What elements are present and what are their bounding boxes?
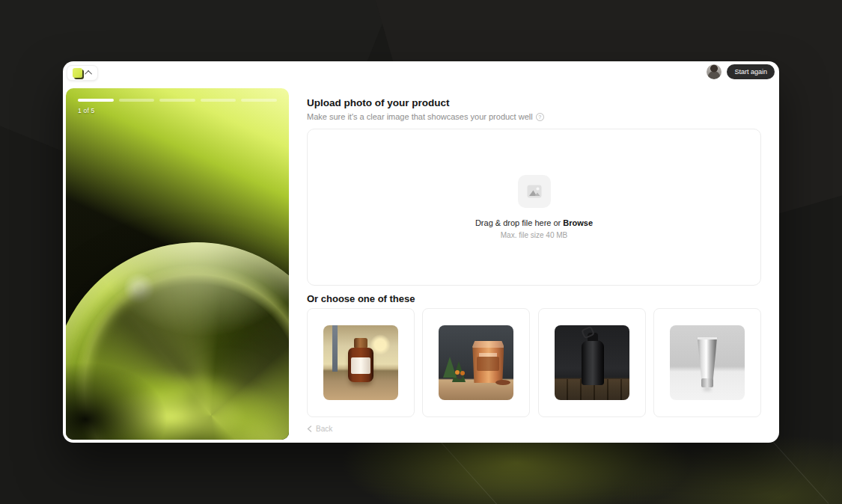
- tube-art: [696, 337, 719, 379]
- progress-segments: [78, 99, 277, 102]
- sample-products-row: [307, 308, 761, 417]
- tube-cap-art: [701, 378, 713, 387]
- chevron-up-icon: [85, 70, 92, 78]
- progress-indicator: 1 of 5: [78, 99, 277, 114]
- subtitle-text: Make sure it's a clear image that showca…: [307, 112, 533, 122]
- browse-link[interactable]: Browse: [563, 218, 593, 227]
- silver-tube-image: [670, 325, 745, 400]
- fruit-bowl-art: [455, 370, 460, 375]
- upload-step-content: Upload photo of your product Make sure i…: [307, 97, 761, 435]
- amber-bottle-image: [323, 325, 398, 400]
- progress-segment: [241, 99, 277, 102]
- copper-pouch-image: [439, 325, 513, 400]
- back-label: Back: [316, 425, 332, 433]
- app-logo-icon: [73, 68, 82, 78]
- step-preview-image: 1 of 5: [66, 88, 289, 440]
- page-title: Upload photo of your product: [307, 97, 761, 109]
- header-controls: Start again: [707, 64, 775, 79]
- progress-segment: [159, 99, 195, 102]
- start-again-button[interactable]: Start again: [727, 64, 775, 79]
- step-counter: 1 of 5: [78, 107, 277, 114]
- app-menu-button[interactable]: [67, 65, 98, 81]
- dropzone-instruction: Drag & drop file here or Browse: [475, 218, 593, 227]
- sample-product-silver-tube[interactable]: [653, 308, 761, 417]
- sample-product-amber-bottle[interactable]: [307, 308, 415, 417]
- sample-product-copper-pouch[interactable]: [422, 308, 530, 417]
- wizard-window: Start again 1 of 5 Upload photo of your …: [63, 61, 779, 443]
- page-subtitle: Make sure it's a clear image that showca…: [307, 112, 761, 122]
- black-bottle-art: [582, 340, 604, 385]
- info-icon[interactable]: ?: [536, 113, 544, 121]
- pine-tree-art: [443, 357, 457, 378]
- progress-segment: [201, 99, 237, 102]
- samples-heading: Or choose one of these: [307, 293, 761, 305]
- progress-segment: [78, 99, 114, 102]
- chevron-left-icon: [307, 425, 312, 432]
- image-placeholder-icon: [518, 175, 551, 208]
- black-bottle-image: [555, 325, 629, 400]
- amber-bottle-art: [348, 348, 373, 382]
- drop-text: Drag & drop file here or: [475, 218, 561, 227]
- image-glyph: [527, 185, 542, 198]
- powder-art: [495, 380, 510, 385]
- shadow-art: [66, 313, 238, 440]
- sample-product-black-bottle[interactable]: [538, 308, 646, 417]
- back-button[interactable]: Back: [307, 425, 332, 433]
- user-avatar[interactable]: [707, 64, 722, 79]
- max-file-size-note: Max. file size 40 MB: [501, 231, 567, 239]
- pouch-art: [472, 341, 504, 383]
- progress-segment: [119, 99, 155, 102]
- file-dropzone[interactable]: Drag & drop file here or Browse Max. fil…: [307, 129, 761, 286]
